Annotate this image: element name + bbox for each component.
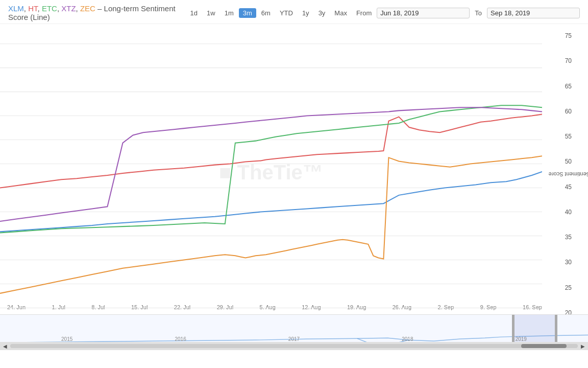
title-sep4: , [76,4,80,13]
to-label: To [475,9,482,17]
mini-scrollbar[interactable]: ◀ ▶ [0,342,588,350]
btn-6m[interactable]: 6m [257,8,275,18]
y-tick-65: 65 [542,83,588,90]
y-tick-60: 60 [542,108,588,115]
header-row: XLM, HT, ETC, XTZ, ZEC – Long-term Senti… [0,0,588,24]
app-container: XLM, HT, ETC, XTZ, ZEC – Long-term Senti… [0,0,588,368]
title-ht: HT [28,4,37,13]
chart-title: XLM, HT, ETC, XTZ, ZEC – Long-term Senti… [8,4,186,21]
btn-max[interactable]: Max [330,8,351,18]
btn-1y[interactable]: 1y [298,8,313,18]
main-chart-wrapper: ■ TheTie™ 75 70 65 60 55 50 45 40 [0,24,588,320]
mini-year-2019: 2019 [516,336,527,342]
y-tick-75: 75 [542,32,588,39]
btn-1m[interactable]: 1m [220,8,238,18]
btn-1w[interactable]: 1w [203,8,219,18]
y-tick-45: 45 [542,183,588,191]
y-tick-70: 70 [542,57,588,64]
btn-ytd[interactable]: YTD [276,8,297,18]
y-axis-right: 75 70 65 60 55 50 45 40 35 30 25 20 Long… [542,28,588,320]
btn-1d[interactable]: 1d [186,8,202,18]
mini-chart-container: 2015 2016 2017 2018 2019 ◀ ▶ [0,314,588,350]
controls-right: 1d 1w 1m 3m 6m YTD 1y 3y Max From To [186,8,580,18]
mini-year-2017: 2017 [288,336,300,342]
scroll-track[interactable] [10,344,578,348]
y-tick-30: 30 [542,259,588,266]
title-etc: ETC [42,4,57,13]
chart-area: ■ TheTie™ [0,28,542,320]
mini-year-2018: 2018 [402,336,413,342]
title-sep3: , [57,4,61,13]
y-tick-25: 25 [542,284,588,291]
btn-3m[interactable]: 3m [239,8,256,18]
y-tick-35: 35 [542,234,588,241]
scroll-right-arrow[interactable]: ▶ [578,343,588,349]
time-buttons: 1d 1w 1m 3m 6m YTD 1y 3y Max [186,8,351,18]
y-axis-label: Long-term Sentiment Score [549,171,588,177]
y-tick-40: 40 [542,209,588,216]
to-date-input[interactable] [487,8,580,18]
mini-year-2016: 2016 [175,336,186,342]
mini-year-2015: 2015 [61,336,72,342]
y-tick-55: 55 [542,133,588,140]
scroll-left-arrow[interactable]: ◀ [0,343,10,349]
title-sep1: , [24,4,28,13]
mini-year-labels: 2015 2016 2017 2018 2019 [0,336,588,342]
title-sep2: , [38,4,42,13]
title-xlm: XLM [8,4,24,13]
scroll-thumb[interactable] [521,344,567,348]
from-label: From [356,9,372,17]
btn-3y[interactable]: 3y [314,8,330,18]
main-chart-svg: ■ TheTie™ [0,28,542,320]
from-date-input[interactable] [377,8,470,18]
watermark: ■ TheTie™ [219,160,323,184]
title-xtz: XTZ [61,4,76,13]
y-tick-50: 50 [542,158,588,165]
title-zec: ZEC [80,4,95,13]
